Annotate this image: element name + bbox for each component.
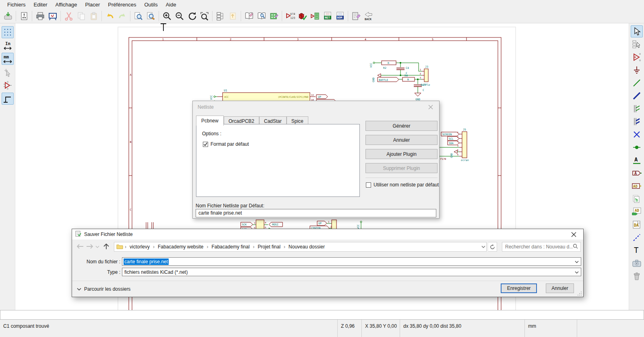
filetype-combo[interactable]: fichiers netlistes KiCad (*.net) <box>122 268 581 276</box>
filename-combo[interactable]: carte finale prise.net <box>122 257 581 266</box>
generate-button[interactable]: Générer <box>365 121 438 131</box>
wire-to-bus-entry-button[interactable] <box>631 103 643 115</box>
generate-bom-button[interactable]: BOM <box>334 10 346 22</box>
use-default-name-checkbox[interactable] <box>366 182 371 188</box>
default-netlist-name-field[interactable]: carte finale prise.net <box>196 209 436 217</box>
print-button[interactable] <box>34 10 46 22</box>
nav-up-icon[interactable] <box>103 243 110 251</box>
browse-folders-toggle[interactable]: Parcourir les dossiers <box>77 286 130 292</box>
menu-outils[interactable]: Outils <box>140 1 161 8</box>
zoom-out-button[interactable] <box>173 10 186 22</box>
save-dialog-close-icon[interactable] <box>570 231 577 238</box>
global-label-button[interactable]: A <box>631 167 643 179</box>
show-hidden-pins-button[interactable] <box>2 79 14 91</box>
save-cancel-button[interactable]: Annuler <box>546 283 574 293</box>
search-box[interactable] <box>502 242 581 252</box>
net-label-button[interactable]: A <box>631 154 643 166</box>
find-replace-button[interactable] <box>144 10 157 22</box>
zoom-in-button[interactable] <box>161 10 173 22</box>
place-bus-button[interactable] <box>631 90 643 102</box>
units-inches-button[interactable]: In <box>2 39 14 52</box>
address-dropdown-icon[interactable] <box>481 244 485 250</box>
sheet-pin-button[interactable]: AD <box>631 206 643 218</box>
menu-preferences[interactable]: Préférences <box>104 1 140 8</box>
menu-aide[interactable]: Aide <box>162 1 180 8</box>
library-editor-button[interactable] <box>243 10 255 22</box>
toolbar-separator <box>130 11 130 21</box>
search-input[interactable] <box>502 244 573 250</box>
erc-button[interactable] <box>296 10 309 22</box>
image-tool-button[interactable] <box>631 257 643 269</box>
bus-to-bus-entry-button[interactable] <box>631 116 643 128</box>
tab-pcbnew[interactable]: Pcbnew <box>196 116 224 126</box>
horizontal-scrollbar-track[interactable] <box>0 310 644 320</box>
menu-placer[interactable]: Placer <box>81 1 104 8</box>
format-default-checkbox[interactable] <box>203 142 208 147</box>
footprint-editor-button[interactable] <box>268 10 280 22</box>
address-bar[interactable]: victorlevy Fabacademy website Fabacademy… <box>114 242 487 252</box>
filename-dropdown-icon[interactable] <box>575 259 581 265</box>
netlist-cancel-button[interactable]: Annuler <box>365 135 438 145</box>
find-button[interactable] <box>132 10 144 22</box>
assign-footprints-button[interactable] <box>309 10 321 22</box>
menu-fichiers[interactable]: Fichiers <box>3 1 30 8</box>
library-browser-button[interactable] <box>255 10 268 22</box>
annotate-button[interactable]: U?A123 <box>284 10 296 22</box>
breadcrumb-fabacademy-final[interactable]: Fabacademy final <box>210 243 251 251</box>
hierarchical-sheet-button[interactable]: DA <box>631 219 643 231</box>
save-confirm-button[interactable]: Enregistrer <box>501 283 537 293</box>
plot-button[interactable] <box>46 10 59 22</box>
save-dialog-titlebar: Sauver Fichier Netliste <box>72 229 583 240</box>
grid-toggle-button[interactable] <box>2 26 14 38</box>
place-power-port-button[interactable] <box>631 64 643 76</box>
nav-history-chevron-icon[interactable] <box>95 244 99 250</box>
save-button[interactable] <box>2 10 14 22</box>
redo-button[interactable] <box>116 10 128 22</box>
select-tool-button[interactable] <box>631 25 643 37</box>
format-default-option[interactable]: Format par défaut <box>203 141 249 147</box>
menu-affichage[interactable]: Affichage <box>51 1 81 8</box>
svg-text:SCK: SCK <box>242 223 247 226</box>
highlight-net-button[interactable] <box>631 38 643 50</box>
no-connect-flag-button[interactable] <box>631 128 643 141</box>
generate-netlist-button[interactable]: NET <box>321 10 334 22</box>
junction-button[interactable] <box>631 141 643 153</box>
hierarchical-label-button[interactable]: AD <box>631 180 643 192</box>
paste-button[interactable] <box>87 10 100 22</box>
svg-text:3: 3 <box>457 140 458 143</box>
filetype-dropdown-icon[interactable] <box>575 269 581 275</box>
graphic-line-button[interactable] <box>631 232 643 244</box>
filename-value[interactable]: carte finale prise.net <box>124 258 169 265</box>
breadcrumb-fabacademy-website[interactable]: Fabacademy website <box>156 243 205 251</box>
text-tool-button[interactable]: T <box>631 244 643 256</box>
nav-forward-icon[interactable] <box>86 243 94 251</box>
breadcrumb-victorlevy[interactable]: victorlevy <box>128 243 151 251</box>
leave-sheet-button[interactable] <box>227 10 239 22</box>
zoom-fit-button[interactable] <box>198 10 211 22</box>
refresh-view-button[interactable] <box>186 10 198 22</box>
use-default-name-option[interactable]: Utiliser nom netliste par défaut <box>366 182 439 188</box>
hv-orientation-button[interactable] <box>2 93 14 105</box>
back-import-button[interactable]: BACK <box>362 10 375 22</box>
nav-back-icon[interactable] <box>76 243 84 251</box>
place-wire-button[interactable] <box>631 77 643 89</box>
cut-button[interactable] <box>62 10 75 22</box>
sheet-settings-button[interactable] <box>18 10 30 22</box>
netlist-dialog-close-icon[interactable] <box>427 103 434 111</box>
breadcrumb-nouveau-dossier[interactable]: Nouveau dossier <box>287 243 326 251</box>
import-sheet-pin-button[interactable] <box>631 193 643 205</box>
svg-text:R4: R4 <box>405 74 408 77</box>
cursor-shape-button[interactable] <box>2 66 14 78</box>
place-component-button[interactable] <box>631 51 643 63</box>
copy-button[interactable] <box>75 10 87 22</box>
hierarchy-navigator-button[interactable] <box>214 10 227 22</box>
units-mm-button[interactable]: mm <box>2 53 14 65</box>
resize-grip[interactable] <box>578 291 582 297</box>
add-plugin-button[interactable]: Ajouter Plugin <box>365 149 438 159</box>
delete-tool-button[interactable] <box>631 270 643 282</box>
breadcrumb-projet-final[interactable]: Projet final <box>256 243 282 251</box>
refresh-icon[interactable] <box>488 242 497 252</box>
menu-editer[interactable]: Editer <box>30 1 52 8</box>
undo-button[interactable] <box>103 10 116 22</box>
run-pcbnew-button[interactable] <box>350 10 362 22</box>
